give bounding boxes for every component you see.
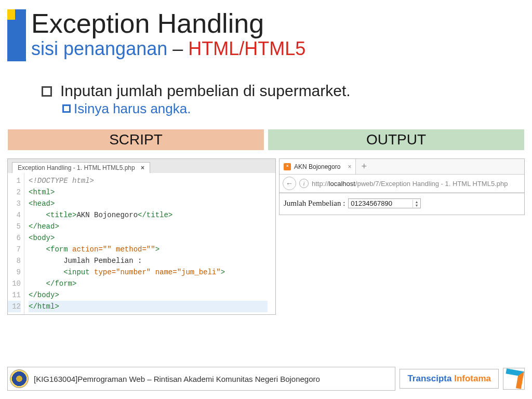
back-button[interactable]: ← [283,177,296,190]
form-row: Jumlah Pembelian : 01234567890 ▲▼ [284,198,520,208]
subtitle-part-blue: sisi penanganan [31,38,172,59]
output-column-header: OUTPUT [268,129,525,151]
plus-icon: + [361,161,367,172]
arrow-left-icon: ← [286,179,293,188]
editor-tab-title: Exception Handling - 1. HTML HTML5.php [18,164,135,171]
brand-logo-icon [503,368,525,390]
editor-tab[interactable]: Exception Handling - 1. HTML HTML5.php × [12,162,150,173]
slide-title: Exception Handling [31,9,305,38]
square-bullet-icon [42,86,52,97]
browser-tab-title: AKN Bojonegoro [294,163,340,170]
code-text: AKN Bojonegoro [76,211,138,219]
url-path: /pweb/7/Exception Handling - 1. HTML HTM… [355,180,508,188]
xampp-favicon-icon: ˣ [284,163,291,170]
line-number: 4 [8,209,21,221]
line-number: 5 [8,221,21,232]
course-info-box: [KIG163004]Pemrograman Web – Rintisan Ak… [7,367,395,391]
brand-area: Transcipta Infotama [400,368,525,390]
bullet-1-text: Inputan jumlah pembelian di supermarket. [60,82,351,100]
title-accent-bar [7,9,26,61]
bullet-level-2: Isinya harus angka. [62,101,516,117]
line-number-gutter: 1 2 3 4 5 6 7 8 9 10 11 12 [8,173,24,314]
code-editor-panel: Exception Handling - 1. HTML HTML5.php ×… [7,158,276,315]
script-column-header: SCRIPT [7,129,264,151]
line-number: 2 [8,187,21,198]
institution-seal-icon [10,369,29,388]
code-line: </head> [29,222,59,231]
column-headers: SCRIPT OUTPUT [7,129,525,151]
code-area: 1 2 3 4 5 6 7 8 9 10 11 12 <!DOCTYPE htm… [8,173,275,314]
line-number: 12 [8,301,21,312]
subtitle-part-red: HTML/HTML5 [188,38,305,59]
square-bullet-icon [62,104,71,113]
code-line: <!DOCTYPE html> [29,177,94,185]
code-line: <head> [29,200,55,208]
code-attr: type="number" name="jum_beli" [94,268,221,276]
code-line: </body> [29,291,59,299]
code-line: <input [29,268,94,276]
subtitle-dash: – [172,38,188,59]
site-info-icon[interactable]: i [299,179,309,188]
code-line: </form> [29,280,76,288]
url-scheme: http:// [312,180,329,188]
url-field[interactable]: http://localhost/pweb/7/Exception Handli… [312,180,521,188]
code-line: </title> [138,211,172,219]
jumlah-pembelian-input[interactable]: 01234567890 ▲▼ [348,198,421,208]
code-line: <body> [29,234,55,242]
code-content[interactable]: <!DOCTYPE html> <html> <head> <title>AKN… [24,173,272,314]
bullet-2-text: Isinya harus angka. [74,101,191,117]
slide-subtitle: sisi penanganan – HTML/HTML5 [31,39,305,59]
browser-output-panel: ˣ AKN Bojonegoro × + ← i http://localhos… [279,158,525,215]
code-line: <html> [29,188,55,196]
url-host: localhost [329,180,355,188]
course-info-text: [KIG163004]Pemrograman Web – Rintisan Ak… [34,375,320,383]
input-value: 01234567890 [351,200,392,207]
close-icon[interactable]: × [141,164,144,171]
close-icon[interactable]: × [348,163,351,170]
slide-footer: [KIG163004]Pemrograman Web – Rintisan Ak… [7,367,525,391]
line-number: 9 [8,267,21,278]
brand-name: Transcipta Infotama [400,369,499,389]
form-label: Jumlah Pembelian : [284,199,345,208]
code-line: > [221,268,225,276]
browser-tab[interactable]: ˣ AKN Bojonegoro × [280,159,356,174]
code-attr: action="" method="" [72,245,155,254]
brand-word-2: Infotama [454,374,491,383]
line-number: 10 [8,278,21,289]
new-tab-button[interactable]: + [356,159,372,174]
rendered-page: Jumlah Pembelian : 01234567890 ▲▼ [280,193,524,215]
slide-title-block: Exception Handling sisi penanganan – HTM… [7,9,305,61]
line-number: 6 [8,232,21,244]
browser-tab-bar: ˣ AKN Bojonegoro × + [280,159,524,175]
code-line: </html> [29,302,59,311]
bullet-level-1: Inputan jumlah pembelian di supermarket. [42,82,516,100]
line-number: 1 [8,175,21,187]
browser-toolbar: ← i http://localhost/pweb/7/Exception Ha… [280,175,524,193]
code-text: Jumlah Pembelian : [29,257,142,265]
line-number: 7 [8,244,21,255]
code-line: <form [29,245,72,254]
code-line: > [155,245,159,254]
bullet-list: Inputan jumlah pembelian di supermarket.… [42,82,516,117]
number-spinner-icon[interactable]: ▲▼ [413,200,418,207]
editor-tab-bar: Exception Handling - 1. HTML HTML5.php × [8,159,275,173]
brand-word-1: Transcipta [407,374,454,383]
line-number: 3 [8,198,21,209]
line-number: 11 [8,289,21,301]
line-number: 8 [8,255,21,267]
code-line: <title> [29,211,76,219]
